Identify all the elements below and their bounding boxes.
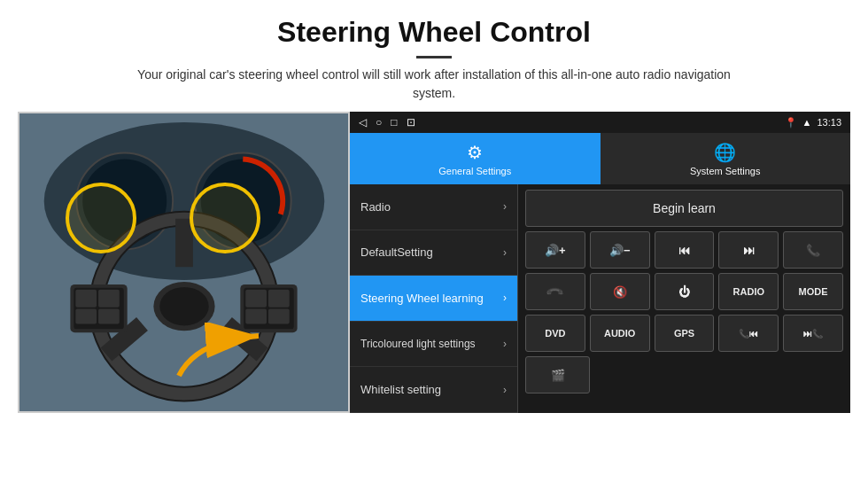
svg-rect-16: [98, 290, 120, 308]
phone-prev-button[interactable]: 📞⏮: [718, 315, 779, 352]
gps-label: GPS: [674, 328, 694, 339]
dvd-label: DVD: [545, 328, 565, 339]
chevron-icon: ›: [503, 246, 507, 259]
svg-rect-18: [98, 309, 120, 324]
begin-learn-row: Begin learn: [525, 190, 843, 227]
svg-rect-22: [268, 290, 290, 308]
phone-button[interactable]: 📞: [783, 231, 843, 269]
page-title: Steering Wheel Control: [35, 16, 833, 49]
highlight-circle-right: [190, 183, 260, 253]
tab-system-label: System Settings: [690, 166, 760, 176]
tab-general-label: General Settings: [438, 166, 511, 176]
menu-whitelist-label: Whitelist setting: [360, 383, 441, 396]
page-header: Steering Wheel Control Your original car…: [0, 0, 868, 112]
title-divider: [416, 56, 452, 58]
power-icon: ⏻: [678, 285, 690, 299]
mode-label: MODE: [799, 286, 828, 297]
menu-item-steering[interactable]: Steering Wheel learning ›: [350, 276, 517, 322]
nav-icons: ◁ ○ □ ⊡: [359, 116, 415, 129]
svg-rect-17: [75, 309, 97, 324]
control-row-2: 📞 🔇 ⏻ RADIO MODE: [525, 273, 843, 310]
tab-bar: ⚙ General Settings 🌐 System Settings: [350, 133, 850, 184]
general-settings-icon: ⚙: [467, 142, 483, 163]
vol-down-icon: 🔊−: [609, 244, 631, 257]
hangup-button[interactable]: 📞: [525, 273, 585, 310]
screenshot-icon[interactable]: ⊡: [407, 116, 415, 129]
menu-item-radio[interactable]: Radio ›: [350, 184, 517, 230]
begin-learn-button[interactable]: Begin learn: [525, 190, 843, 227]
home-icon[interactable]: ○: [376, 116, 382, 129]
vol-up-icon: 🔊+: [545, 244, 566, 257]
chevron-icon: ›: [503, 292, 507, 304]
menu-steering-label: Steering Wheel learning: [360, 292, 484, 305]
vol-up-button[interactable]: 🔊+: [525, 231, 585, 269]
next-phone-button[interactable]: ⏭📞: [783, 315, 843, 352]
menu-item-tricoloured[interactable]: Tricoloured light settings ›: [350, 322, 517, 368]
audio-button[interactable]: AUDIO: [590, 315, 650, 352]
svg-rect-23: [245, 309, 267, 324]
dvd-button[interactable]: DVD: [525, 315, 585, 352]
next-track-button[interactable]: ⏭: [718, 231, 779, 269]
highlight-circle-left: [66, 183, 136, 253]
phone-prev-icon: 📞⏮: [739, 329, 758, 339]
mute-icon: 🔇: [613, 285, 627, 299]
status-bar: ◁ ○ □ ⊡ 📍 ▲ 13:13: [350, 112, 850, 133]
control-row-4: 🎬: [525, 356, 843, 393]
phone-icon: 📞: [806, 244, 820, 257]
tab-general[interactable]: ⚙ General Settings: [350, 133, 601, 184]
power-button[interactable]: ⏻: [655, 273, 715, 310]
audio-label: AUDIO: [604, 328, 635, 339]
menu-item-whitelist[interactable]: Whitelist setting ›: [350, 367, 517, 413]
recents-icon[interactable]: □: [391, 116, 397, 129]
svg-rect-24: [268, 309, 290, 324]
control-row-1: 🔊+ 🔊− ⏮ ⏭ 📞: [525, 231, 843, 269]
steering-wheel-image: [18, 112, 350, 413]
next-icon: ⏭: [743, 244, 755, 257]
back-icon[interactable]: ◁: [359, 116, 367, 129]
android-panel: ◁ ○ □ ⊡ 📍 ▲ 13:13 ⚙ General Settings 🌐 S…: [350, 112, 850, 413]
location-icon: 📍: [785, 117, 797, 129]
time-display: 13:13: [817, 117, 841, 128]
arrow-indicator: [170, 323, 276, 385]
svg-rect-21: [245, 290, 267, 308]
menu-radio-label: Radio: [360, 200, 391, 214]
prev-track-button[interactable]: ⏮: [655, 231, 715, 269]
mute-button[interactable]: 🔇: [590, 273, 650, 310]
next-phone-icon: ⏭📞: [803, 329, 823, 339]
extra-button[interactable]: 🎬: [525, 356, 590, 393]
tab-system[interactable]: 🌐 System Settings: [601, 133, 851, 184]
hangup-icon: 📞: [546, 282, 565, 301]
radio-label: RADIO: [733, 286, 764, 297]
menu-item-default[interactable]: DefaultSetting ›: [350, 230, 517, 277]
chevron-icon: ›: [503, 384, 507, 396]
svg-point-12: [159, 287, 208, 326]
menu-column: Radio › DefaultSetting › Steering Wheel …: [350, 184, 518, 413]
menu-default-label: DefaultSetting: [360, 245, 433, 259]
vol-down-button[interactable]: 🔊−: [590, 231, 650, 269]
radio-button[interactable]: RADIO: [718, 273, 779, 310]
extra-icon: 🎬: [551, 369, 565, 382]
settings-list: Radio › DefaultSetting › Steering Wheel …: [350, 184, 850, 413]
main-content: ◁ ○ □ ⊡ 📍 ▲ 13:13 ⚙ General Settings 🌐 S…: [18, 112, 850, 413]
system-settings-icon: 🌐: [714, 142, 736, 163]
gps-button[interactable]: GPS: [655, 315, 715, 352]
chevron-icon: ›: [503, 200, 507, 213]
page-subtitle: Your original car's steering wheel contr…: [115, 66, 753, 103]
control-row-3: DVD AUDIO GPS 📞⏮ ⏭📞: [525, 315, 843, 352]
mode-button[interactable]: MODE: [783, 273, 843, 310]
svg-rect-15: [75, 290, 97, 308]
prev-icon: ⏮: [678, 244, 690, 257]
wifi-icon: ▲: [802, 117, 812, 128]
chevron-icon: ›: [503, 338, 507, 350]
status-right: 📍 ▲ 13:13: [785, 117, 841, 129]
controls-column: Begin learn 🔊+ 🔊− ⏮ ⏭: [518, 184, 850, 413]
menu-tricoloured-label: Tricoloured light settings: [360, 338, 476, 350]
